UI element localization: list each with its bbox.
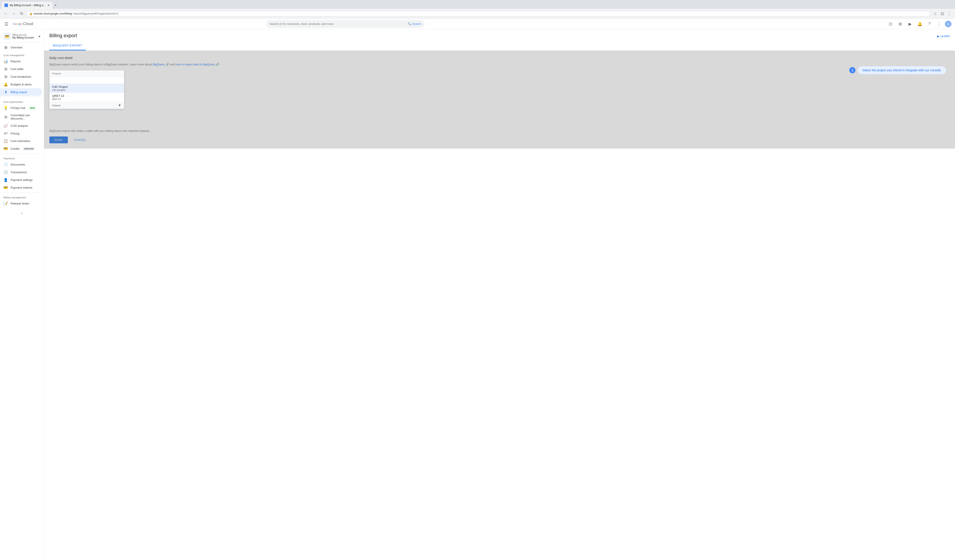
cost-breakdown-icon: ⊟: [3, 75, 8, 79]
tab-bar: My Billing Account – Billing e... ✕ +: [0, 0, 955, 9]
section-description: BigQuery export sends your billing data …: [49, 62, 950, 67]
new-badge: NEW: [29, 106, 36, 110]
main-layout: 💳 Billing account My Billing Account ▾ ⊞…: [0, 29, 955, 560]
cud-analysis-icon: 📈: [3, 124, 8, 128]
sidebar-item-payment-settings[interactable]: 👤 Payment settings: [0, 176, 42, 184]
action-buttons: SAVE CANCEL: [49, 136, 950, 143]
tab-bigquery-export[interactable]: BIGQUERY EXPORT: [49, 41, 86, 50]
sidebar-item-pricing[interactable]: 🏷 Pricing: [0, 129, 42, 137]
collapse-sidebar-button[interactable]: ‹: [0, 209, 44, 217]
budgets-icon: 🔔: [3, 82, 8, 86]
sidebar-item-cost-estimation[interactable]: 📋 Cost estimation: [0, 137, 42, 145]
cost-table-icon: ⊟: [3, 67, 8, 71]
billing-export-label: Billing export: [11, 90, 27, 94]
committed-use-label: Committed use discounts...: [11, 114, 39, 120]
cost-management-label: Cost management: [0, 51, 44, 58]
dropdown-options: C4C Project c4c-project- QRET-13 qret-13: [50, 84, 124, 102]
sidebar-item-cud-analysis[interactable]: 📈 CUD analysis: [0, 122, 42, 129]
app-logo: Google Cloud: [13, 22, 33, 26]
cost-optimization-label: Cost optimization: [0, 98, 44, 104]
marketplace-button[interactable]: ⊞: [896, 20, 904, 28]
sidebar-item-documents[interactable]: 📄 Documents: [0, 161, 42, 168]
transactions-label: Transactions: [11, 171, 27, 174]
browser-chrome: My Billing Account – Billing e... ✕ + ← …: [0, 0, 955, 19]
transactions-icon: 🕐: [3, 170, 8, 174]
url-path: /export/bigquery/edit?organizationId=0: [73, 12, 118, 15]
browser-tab[interactable]: My Billing Account – Billing e... ✕: [2, 2, 53, 9]
sidebar-item-billing-export[interactable]: ⬇ Billing export: [0, 88, 42, 96]
sidebar-item-cost-breakdown[interactable]: ⊟ Cost breakdown: [0, 73, 42, 81]
search-button[interactable]: 🔍 Search: [408, 22, 421, 25]
dropdown-option-qret[interactable]: QRET-13 qret-13: [50, 93, 124, 102]
bookmark-button[interactable]: ☆: [932, 11, 938, 17]
sidebar-item-transactions[interactable]: 🕐 Transactions: [0, 168, 42, 176]
new-tab-button[interactable]: +: [53, 2, 59, 9]
google-logo: Google: [13, 22, 22, 25]
budgets-label: Budgets & alerts: [11, 83, 31, 86]
sidebar-item-cost-table[interactable]: ⊟ Cost table: [0, 65, 42, 73]
credits-label: Credits: [11, 147, 20, 150]
bigquery-link[interactable]: BigQuery 🔗: [153, 63, 169, 66]
billing-mgmt-label: Billing management: [0, 193, 44, 200]
tab-label: My Billing Account – Billing e...: [10, 4, 45, 7]
payment-settings-icon: 👤: [3, 178, 8, 182]
more-button[interactable]: ⋮: [946, 11, 952, 17]
sidebar: 💳 Billing account My Billing Account ▾ ⊞…: [0, 29, 44, 560]
sidebar-item-credits[interactable]: 💳 Credits PREVIEW: [0, 145, 42, 153]
dropdown-card: Projects C4C Project c4c-project- QRET-1…: [49, 70, 124, 109]
cancel-button[interactable]: CANCEL: [70, 136, 90, 143]
url-bar[interactable]: 🔒 console.cloud.google.com/billing/ /exp…: [27, 11, 930, 16]
developer-tools-button[interactable]: ⊡: [887, 20, 895, 28]
sidebar-divider-1: [0, 42, 44, 43]
search-input[interactable]: [269, 22, 406, 25]
payments-label: Payments: [0, 154, 44, 161]
and-text: and: [170, 63, 175, 66]
cost-estimation-label: Cost estimation: [11, 139, 30, 143]
overview-icon: ⊞: [3, 45, 8, 50]
sidebar-item-release-notes[interactable]: 📝 Release Notes: [0, 200, 42, 207]
forward-button[interactable]: →: [11, 11, 17, 17]
hamburger-button[interactable]: ☰: [3, 20, 9, 28]
release-notes-icon: 📝: [3, 201, 8, 206]
reports-label: Reports: [11, 60, 21, 63]
sidebar-item-finops-hub[interactable]: 💡 FinOps hub NEW: [0, 104, 42, 112]
main-content: Billing export ▶ LEARN BIGQUERY EXPORT: [44, 29, 955, 560]
how-to-link[interactable]: how to export data to BigQuery 🔗: [175, 63, 219, 66]
extension-button[interactable]: ⊡: [939, 11, 945, 17]
tab-close-button[interactable]: ✕: [47, 3, 50, 7]
section-title: Daily cost detail: [49, 56, 950, 60]
release-notes-label: Release Notes: [11, 202, 29, 205]
back-button[interactable]: ←: [3, 11, 9, 17]
description-text-1: BigQuery export sends your billing data …: [49, 63, 152, 66]
sidebar-item-payment-method[interactable]: 💳 Payment method: [0, 184, 42, 192]
pricing-icon: 🏷: [3, 131, 8, 136]
notifications-button[interactable]: 🔔: [916, 20, 924, 28]
dropdown-search-input[interactable]: [50, 77, 124, 84]
learn-icon: ▶: [937, 34, 939, 38]
billing-account-text: Billing account My Billing Account: [13, 34, 37, 39]
search-bar[interactable]: 🔍 Search: [266, 20, 425, 28]
sidebar-item-committed-use[interactable]: ⊟ Committed use discounts...: [0, 112, 42, 122]
more-options-button[interactable]: ⋮: [935, 20, 943, 28]
overview-label: Overview: [11, 46, 22, 49]
finops-hub-icon: 💡: [3, 106, 8, 110]
dropdown-header: Projects: [50, 70, 124, 77]
sidebar-item-budgets-alerts[interactable]: 🔔 Budgets & alerts: [0, 81, 42, 88]
billing-account-section[interactable]: 💳 Billing account My Billing Account ▾: [0, 31, 44, 42]
save-button[interactable]: SAVE: [49, 136, 68, 143]
product-name: Cloud: [23, 22, 33, 26]
learn-label: LEARN: [940, 34, 950, 38]
cloud-shell-button[interactable]: ▶: [906, 20, 914, 28]
nav-bar: ← → ↻ 🔒 console.cloud.google.com/billing…: [0, 9, 955, 19]
pricing-label: Pricing: [11, 132, 19, 135]
dropdown-footer: Dataset ▼: [50, 102, 124, 109]
refresh-button[interactable]: ↻: [19, 11, 25, 17]
payment-settings-label: Payment settings: [11, 178, 33, 182]
sidebar-item-overview[interactable]: ⊞ Overview: [0, 44, 42, 51]
learn-link[interactable]: ▶ LEARN: [937, 34, 950, 38]
sidebar-item-reports[interactable]: 📊 Reports: [0, 58, 42, 65]
user-avatar[interactable]: A: [945, 21, 952, 27]
dropdown-option-c4c[interactable]: C4C Project c4c-project-: [50, 84, 124, 93]
tooltip-bubble: 1 Select the project you intend to integ…: [849, 66, 946, 75]
help-button[interactable]: ?: [925, 20, 933, 28]
